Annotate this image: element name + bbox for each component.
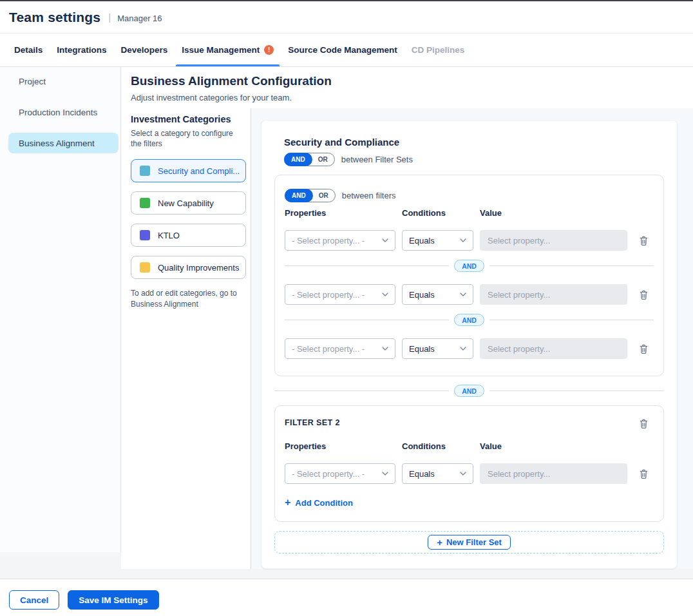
conditions-column-header: Conditions — [402, 208, 473, 218]
tab-developers[interactable]: Developers — [114, 34, 175, 66]
filters-operator-row: AND OR between filters — [285, 189, 654, 202]
condition-select[interactable]: Equals — [402, 230, 473, 251]
cancel-button[interactable]: Cancel — [9, 590, 59, 610]
trash-icon — [638, 235, 649, 246]
categories-helper-text: Select a category to configure the filte… — [131, 128, 239, 149]
column-headers: Properties Conditions Value — [285, 441, 654, 451]
delete-condition-button[interactable] — [637, 342, 650, 356]
conditions-column-header: Conditions — [402, 441, 473, 451]
chevron-down-icon — [460, 293, 466, 296]
tab-details[interactable]: Details — [7, 34, 50, 66]
condition-row: - Select property... - Equals — [285, 338, 654, 359]
or-toggle-option[interactable]: OR — [312, 192, 335, 199]
properties-column-header: Properties — [285, 441, 395, 451]
chevron-down-icon — [382, 472, 388, 476]
category-color-swatch — [140, 262, 150, 273]
add-condition-button[interactable]: + Add Condition — [285, 497, 353, 508]
and-row-separator: AND — [285, 314, 654, 326]
delete-condition-button[interactable] — [637, 234, 650, 247]
property-select[interactable]: - Select property... - — [285, 230, 395, 251]
save-im-settings-button[interactable]: Save IM Settings — [68, 590, 158, 610]
title-divider: | — [108, 12, 111, 23]
and-separator-pill: AND — [454, 260, 484, 272]
property-select[interactable]: - Select property... - — [285, 338, 395, 359]
chevron-down-icon — [382, 347, 388, 351]
section-title: Business Alignment Configuration — [131, 74, 693, 88]
and-set-separator: AND — [274, 385, 664, 397]
or-toggle-option[interactable]: OR — [312, 156, 334, 163]
and-separator-pill: AND — [454, 314, 484, 326]
category-new-capability[interactable]: New Capability — [131, 191, 246, 215]
and-toggle-option[interactable]: AND — [285, 189, 313, 202]
category-color-swatch — [140, 230, 150, 240]
team-name: Manager 16 — [117, 12, 162, 23]
filter-set-1: AND OR between filters Properties Condit… — [274, 175, 664, 376]
value-input — [480, 463, 627, 484]
sidebar-item-business-alignment[interactable]: Business Alignment — [8, 133, 119, 153]
condition-row: - Select property... - Equals — [285, 230, 654, 251]
chevron-down-icon — [460, 347, 466, 351]
filter-sets-operator-row: AND OR between Filter Sets — [284, 153, 664, 166]
filter-set-2: FILTER SET 2 Properties Conditions Value — [274, 405, 664, 522]
category-color-swatch — [140, 166, 150, 176]
condition-select[interactable]: Equals — [402, 338, 473, 359]
investment-categories-panel: Investment Categories Select a category … — [121, 108, 251, 569]
delete-filter-set-button[interactable] — [637, 417, 650, 430]
page-title: Team settings — [9, 10, 100, 25]
condition-select[interactable]: Equals — [402, 463, 473, 484]
new-filter-set-button[interactable]: + New Filter Set — [428, 535, 511, 550]
trash-icon — [638, 468, 649, 479]
window-header: Team settings | Manager 16 — [0, 1, 693, 34]
delete-condition-button[interactable] — [637, 288, 650, 302]
settings-sidebar: Project Production Incidents Business Al… — [0, 67, 121, 552]
sidebar-item-production-incidents[interactable]: Production Incidents — [8, 102, 119, 122]
footer-actions: Cancel Save IM Settings — [0, 579, 693, 610]
section-subtitle: Adjust investment categories for your te… — [131, 93, 693, 102]
chevron-down-icon — [460, 472, 466, 476]
and-separator-pill: AND — [454, 385, 484, 397]
page-head: Business Alignment Configuration Adjust … — [121, 67, 693, 108]
category-security-and-compliance[interactable]: Security and Compli... — [131, 159, 246, 182]
condition-row: - Select property... - Equals — [285, 284, 654, 305]
tab-issue-management[interactable]: Issue Management ! — [175, 34, 281, 66]
new-filter-set-dropzone: + New Filter Set — [274, 531, 664, 553]
and-or-toggle: AND OR — [284, 153, 335, 166]
tab-cd-pipelines: CD Pipelines — [404, 34, 472, 66]
category-color-swatch — [140, 198, 150, 208]
category-config-card: Security and Compliance AND OR between F… — [261, 120, 678, 569]
trash-icon — [638, 289, 649, 300]
value-input — [480, 284, 627, 305]
value-input — [480, 338, 627, 359]
delete-condition-button[interactable] — [637, 467, 650, 481]
plus-icon: + — [285, 497, 290, 508]
column-headers: Properties Conditions Value — [285, 208, 654, 218]
chevron-down-icon — [382, 293, 388, 296]
and-toggle-option[interactable]: AND — [284, 153, 312, 166]
tab-source-code-management[interactable]: Source Code Management — [281, 34, 404, 66]
category-quality-improvements[interactable]: Quality Improvements — [131, 256, 246, 279]
category-ktlo[interactable]: KTLO — [131, 224, 246, 247]
plus-icon: + — [437, 537, 442, 547]
condition-row: - Select property... - Equals — [285, 463, 654, 484]
alert-badge-icon: ! — [264, 45, 274, 55]
filter-set-2-title: FILTER SET 2 — [285, 417, 340, 427]
property-select[interactable]: - Select property... - — [285, 463, 395, 484]
chevron-down-icon — [460, 238, 466, 242]
trash-icon — [638, 418, 649, 429]
value-column-header: Value — [480, 441, 502, 451]
between-filters-label: between filters — [342, 191, 396, 200]
chevron-down-icon — [382, 238, 388, 242]
property-select[interactable]: - Select property... - — [285, 284, 395, 305]
sidebar-item-project[interactable]: Project — [8, 71, 119, 91]
and-or-toggle: AND OR — [285, 189, 336, 202]
condition-select[interactable]: Equals — [402, 284, 473, 305]
configuration-content: Security and Compliance AND OR between F… — [251, 108, 693, 569]
value-input — [480, 230, 627, 251]
between-filter-sets-label: between Filter Sets — [341, 155, 413, 164]
and-row-separator: AND — [285, 260, 654, 272]
categories-footnote: To add or edit categories, go to Busines… — [131, 288, 240, 310]
config-card-title: Security and Compliance — [284, 137, 664, 148]
categories-heading: Investment Categories — [131, 114, 243, 124]
properties-column-header: Properties — [285, 208, 395, 218]
tab-integrations[interactable]: Integrations — [50, 34, 113, 66]
